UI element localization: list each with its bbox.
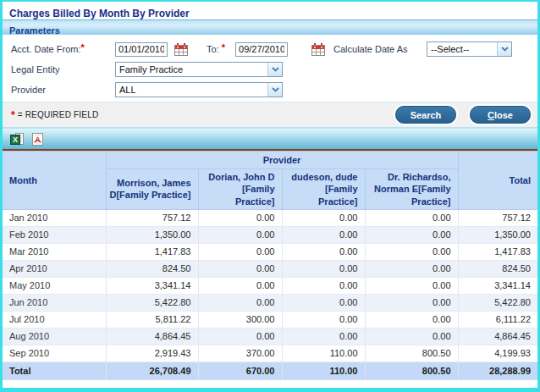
date-range-row: Acct. Date From:* To: *	[11, 41, 537, 58]
value-cell: 0.00	[198, 328, 282, 345]
table-row: Feb 20101,350.000.000.000.001,350.00	[3, 226, 537, 243]
value-cell: 110.00	[282, 345, 365, 362]
value-cell: 824.50	[458, 260, 537, 277]
calculate-date-as-label: Calculate Date As	[333, 44, 410, 54]
month-cell: Jun 2010	[3, 294, 106, 311]
total-row: Total26,708.49670.00110.00800.5028,288.9…	[3, 362, 537, 379]
total-value-cell: 110.00	[282, 362, 365, 379]
charges-table: Month Provider Total Morrison, James D[F…	[3, 151, 537, 380]
value-cell: 0.00	[282, 226, 365, 243]
excel-export-icon: X	[10, 132, 25, 146]
value-cell: 757.12	[106, 209, 198, 226]
value-cell: 0.00	[365, 243, 458, 260]
total-column-header: Total	[458, 152, 537, 210]
report-table-body: Jan 2010757.120.000.000.00757.12Feb 2010…	[3, 209, 537, 379]
value-cell: 0.00	[282, 260, 365, 277]
value-cell: 0.00	[282, 243, 365, 260]
value-cell: 757.12	[458, 209, 537, 226]
table-row: Jul 20105,811.22300.000.000.006,111.22	[3, 311, 537, 328]
date-to-calendar-button[interactable]	[311, 43, 325, 56]
value-cell: 2,919.43	[106, 345, 198, 362]
calendar-icon	[174, 43, 188, 56]
legal-entity-row: Legal Entity Family Practice	[11, 61, 537, 78]
parameters-form: Acct. Date From:* To: *	[3, 35, 537, 102]
acct-date-from-label-text: Acct. Date From:	[11, 44, 81, 54]
month-cell: Sep 2010	[3, 345, 106, 362]
value-cell: 3,341.14	[106, 277, 198, 294]
page-title: Charges Billed By Month By Provider	[9, 8, 190, 19]
value-cell: 824.50	[106, 260, 198, 277]
title-bar: Charges Billed By Month By Provider	[3, 2, 537, 19]
pdf-export-icon: A	[30, 132, 45, 146]
required-asterisk: *	[81, 42, 85, 52]
value-cell: 0.00	[282, 294, 365, 311]
value-cell: 0.00	[365, 294, 458, 311]
date-to-input[interactable]	[235, 42, 288, 57]
month-cell: Feb 2010	[3, 226, 106, 243]
legal-entity-label: Legal Entity	[11, 64, 115, 75]
month-cell: Mar 2010	[3, 243, 106, 260]
table-row: Mar 20101,417.830.000.000.001,417.83	[3, 243, 537, 260]
value-cell: 800.50	[365, 345, 458, 362]
provider-group-header: Provider	[106, 152, 458, 169]
value-cell: 0.00	[198, 277, 282, 294]
date-from-input[interactable]	[115, 42, 168, 57]
value-cell: 0.00	[198, 226, 282, 243]
value-cell: 0.00	[198, 294, 282, 311]
month-cell: Aug 2010	[3, 328, 106, 345]
provider-column-header: Dorian, John D [Family Practice]	[198, 169, 282, 210]
export-pdf-button[interactable]: A	[30, 132, 45, 146]
provider-column-header: Dr. Richardso, Norman E[Family Practice]	[365, 169, 458, 210]
value-cell: 5,422.80	[106, 294, 198, 311]
table-row: Apr 2010824.500.000.000.00824.50	[3, 260, 537, 277]
calculate-date-as-select[interactable]: --Select--	[427, 41, 512, 57]
total-value-cell: 26,708.49	[106, 362, 198, 379]
close-button[interactable]: Close	[470, 106, 531, 124]
chevron-down-icon	[267, 83, 282, 97]
value-cell: 0.00	[282, 209, 365, 226]
required-field-note: = REQUIRED FIELD	[18, 110, 99, 119]
provider-label: Provider	[11, 85, 115, 95]
chevron-down-icon	[497, 42, 511, 56]
chevron-down-icon	[267, 63, 282, 76]
search-button[interactable]: Search	[395, 106, 456, 124]
table-row: Sep 20102,919.43370.00110.00800.504,199.…	[3, 345, 537, 362]
total-row-label: Total	[3, 362, 106, 379]
table-row: Aug 20104,864.450.000.000.004,864.45	[3, 328, 537, 345]
provider-column-header: dudeson, dude [Family Practice]	[282, 169, 365, 210]
date-to-label: To: *	[207, 44, 225, 54]
required-asterisk: *	[11, 112, 15, 119]
total-value-cell: 800.50	[365, 362, 458, 379]
value-cell: 0.00	[365, 260, 458, 277]
value-cell: 5,811.22	[106, 311, 198, 328]
month-cell: Apr 2010	[3, 260, 106, 277]
value-cell: 0.00	[282, 311, 365, 328]
value-cell: 0.00	[365, 277, 458, 294]
table-row: Jan 2010757.120.000.000.00757.12	[3, 209, 537, 226]
provider-row: Provider ALL	[11, 81, 537, 98]
total-value-cell: 670.00	[198, 362, 282, 379]
close-button-label: Close	[488, 110, 513, 120]
table-row: Jun 20105,422.800.000.000.005,422.80	[3, 294, 537, 311]
provider-select[interactable]: ALL	[115, 82, 283, 97]
legal-entity-select[interactable]: Family Practice	[115, 62, 283, 77]
date-from-calendar-button[interactable]	[174, 43, 188, 56]
search-button-label: Search	[411, 110, 442, 120]
value-cell: 0.00	[282, 277, 365, 294]
value-cell: 0.00	[365, 328, 458, 345]
acct-date-from-label: Acct. Date From:*	[11, 44, 115, 54]
month-cell: May 2010	[3, 277, 106, 294]
value-cell: 5,422.80	[458, 294, 537, 311]
value-cell: 0.00	[198, 260, 282, 277]
value-cell: 0.00	[365, 311, 458, 328]
value-cell: 370.00	[198, 345, 282, 362]
month-column-header: Month	[3, 152, 106, 210]
calendar-icon	[311, 43, 325, 56]
export-excel-button[interactable]: X	[10, 132, 25, 146]
value-cell: 1,417.83	[106, 243, 198, 260]
value-cell: 0.00	[198, 243, 282, 260]
month-cell: Jul 2010	[3, 311, 106, 328]
value-cell: 4,864.45	[458, 328, 537, 345]
month-cell: Jan 2010	[3, 209, 106, 226]
value-cell: 0.00	[365, 209, 458, 226]
